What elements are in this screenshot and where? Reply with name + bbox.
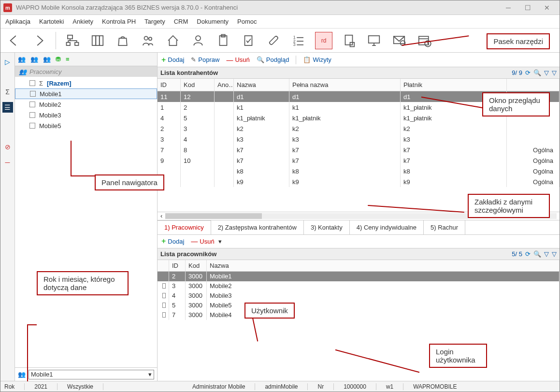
callout-toolbar: Pasek narzędzi (487, 33, 550, 49)
svg-rect-2 (75, 42, 79, 45)
grid-header: ID Kod Ano… Nazwa Pełna nazwa Płatnik (158, 79, 560, 91)
archive-icon[interactable] (89, 32, 106, 49)
tab-kontakty[interactable]: 3) Kontakty (304, 220, 350, 234)
close-button[interactable]: ✕ (537, 1, 557, 15)
sub-del-button[interactable]: —Usuń▾ (191, 237, 221, 245)
tree-item[interactable]: Mobile1 (15, 88, 157, 99)
svg-rect-20 (369, 36, 380, 43)
sub-refresh-icon[interactable]: ⟳ (525, 250, 531, 258)
maximize-button[interactable]: ☐ (518, 1, 537, 15)
nav-fwd-icon[interactable] (30, 32, 48, 49)
table-row[interactable]: 910k7k7k7Ogólna (158, 155, 560, 166)
filter-x-icon[interactable]: ▽ (552, 69, 557, 76)
tab-rachunki[interactable]: 5) Rachur (424, 220, 465, 234)
nav-header: 👥Pracownicy (15, 66, 157, 77)
wrench-icon[interactable] (265, 32, 282, 49)
table-row[interactable]: 78k7k7k7Ogólna (158, 145, 560, 155)
callout-data: Okno przeglądu danych (482, 92, 550, 116)
rd-icon[interactable]: rd (315, 32, 332, 49)
list-icon[interactable]: 123 (290, 32, 307, 49)
delete-button[interactable]: —Usuń (226, 56, 249, 64)
svg-rect-11 (245, 36, 252, 45)
status-wszystkie: Wszystkie (67, 383, 103, 390)
menu-kontrola-ph[interactable]: Kontrola PH (102, 18, 136, 25)
side-minus-icon[interactable]: ─ (2, 157, 13, 168)
tree-item[interactable]: Mobile5 (15, 120, 157, 131)
list-item[interactable]: 23000Mobile1 (158, 272, 560, 281)
nav-tool-4[interactable]: ⛃ (56, 56, 61, 63)
add-button[interactable]: +Dodaj (161, 56, 184, 64)
menu-crm[interactable]: CRM (174, 18, 188, 25)
tab-zastepstwa[interactable]: 2) Zastępstwa kontrahentów (211, 220, 304, 234)
col-pelna[interactable]: Pełna nazwa (289, 79, 401, 91)
col-extra[interactable] (507, 79, 560, 91)
col-ano[interactable]: Ano… (215, 79, 234, 91)
home-icon[interactable] (164, 32, 182, 49)
nav-back-icon[interactable] (5, 32, 23, 49)
edit-button[interactable]: ✎Popraw (191, 56, 219, 63)
col-platnik[interactable]: Płatnik (401, 79, 507, 91)
visits-button[interactable]: 📋Wizyty (303, 56, 331, 63)
users-icon[interactable] (139, 32, 157, 49)
svg-rect-4 (96, 36, 100, 45)
clipboard-icon[interactable] (215, 32, 232, 49)
table-row[interactable]: k9k9k9Ogólna (158, 176, 560, 187)
tree-item[interactable]: Mobile2 (15, 99, 157, 110)
menu-ankiety[interactable]: Ankiety (72, 18, 93, 25)
refresh-icon[interactable]: ⟳ (525, 69, 531, 76)
doc-icon[interactable] (340, 32, 358, 49)
sub-add-button[interactable]: +Dodaj (161, 237, 184, 246)
list-item[interactable]: 53000Mobile5 (158, 301, 560, 310)
tab-ceny[interactable]: 4) Ceny indywidualne (350, 220, 424, 234)
side-stop-icon[interactable]: ⊘ (2, 142, 13, 152)
menu-kartoteki[interactable]: Kartoteki (39, 18, 64, 25)
nav-tree: Σ [Razem] Mobile1 Mobile2 Mobile3 Mobile… (15, 77, 157, 367)
sub-action-bar: +Dodaj —Usuń▾ (158, 235, 560, 248)
bag-icon[interactable] (114, 32, 131, 49)
user-icon[interactable] (189, 32, 207, 49)
nav-tool-1[interactable]: 👥 (18, 56, 26, 63)
monitor-icon[interactable] (365, 32, 383, 49)
tab-pracownicy[interactable]: 1) Pracownicy (158, 220, 211, 234)
filter-icon[interactable]: ▽ (544, 69, 549, 76)
col-nazwa[interactable]: Nazwa (234, 79, 289, 91)
sub-filter-x-icon[interactable]: ▽ (552, 250, 557, 258)
nav-combo[interactable]: Mobile1▾ (29, 370, 154, 379)
tree-root[interactable]: Σ [Razem] (15, 78, 157, 88)
minimize-button[interactable]: ─ (499, 1, 518, 15)
list-item[interactable]: 33000Mobile2 (158, 281, 560, 291)
svg-rect-18 (345, 35, 353, 44)
callout-login: Login użytkownika (429, 344, 487, 368)
sub-search-icon[interactable]: 🔍 (533, 250, 541, 258)
col-kod[interactable]: Kod (181, 79, 215, 91)
side-play-icon[interactable]: ▷ (2, 57, 13, 67)
nav-toolbar: 👥 👥 👥 ⛃ ≡ (15, 53, 157, 66)
table-row[interactable]: k8k8k8Ogólna (158, 166, 560, 176)
clipboard-check-icon[interactable] (240, 32, 257, 49)
menu-aplikacja[interactable]: Aplikacja (5, 18, 30, 25)
tree-item[interactable]: Mobile3 (15, 110, 157, 120)
table-row[interactable]: 23k2k2k2 (158, 123, 560, 134)
nav-tool-3[interactable]: 👥 (43, 56, 51, 63)
callout-user: Użytkownik (244, 303, 295, 319)
view-button[interactable]: 🔍Podgląd (257, 56, 289, 63)
grid-title: Lista kontrahentów 9/ 9 ⟳ 🔍 ▽ ▽ (158, 67, 560, 79)
nav-tool-2[interactable]: 👥 (30, 56, 38, 63)
menu-dokumenty[interactable]: Dokumenty (197, 18, 229, 25)
sub-filter-icon[interactable]: ▽ (544, 250, 549, 258)
svg-rect-3 (92, 36, 96, 45)
list-item[interactable]: 43000Mobile3 (158, 291, 560, 301)
nav-tool-5[interactable]: ≡ (66, 56, 70, 63)
nav-bottom-icon[interactable]: 👥 (18, 371, 26, 378)
network-icon[interactable] (64, 32, 81, 49)
menu-pomoc[interactable]: Pomoc (237, 18, 257, 25)
side-sigma-icon[interactable]: Σ (2, 87, 13, 97)
menubar: Aplikacja Kartoteki Ankiety Kontrola PH … (0, 15, 560, 29)
mail-icon[interactable] (390, 32, 408, 49)
list-item[interactable]: 73000Mobile4 (158, 310, 560, 320)
side-list-icon[interactable]: ☰ (2, 102, 13, 113)
table-row[interactable]: 34k3k3k3 (158, 134, 560, 145)
col-id[interactable]: ID (158, 79, 181, 91)
search-icon[interactable]: 🔍 (533, 69, 541, 76)
menu-targety[interactable]: Targety (144, 18, 165, 25)
